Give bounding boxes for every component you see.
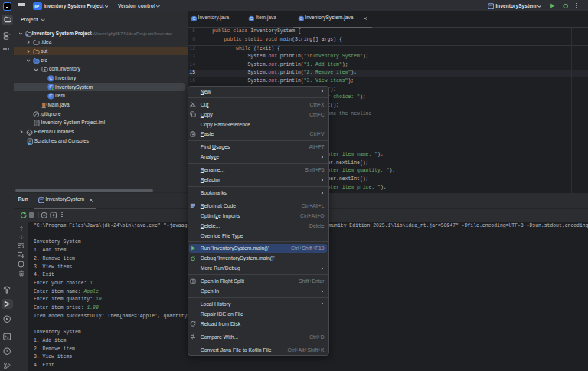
svg-text:C: C (250, 16, 253, 21)
svg-text:C: C (49, 76, 52, 80)
svg-text:C: C (192, 16, 195, 21)
svg-text:C: C (49, 94, 52, 98)
svg-text:C: C (299, 16, 302, 21)
